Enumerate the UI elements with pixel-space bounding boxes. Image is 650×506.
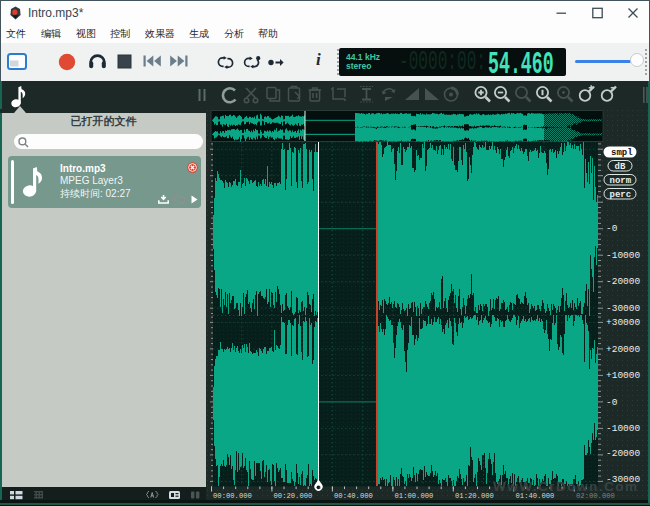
svg-text:-20000: -20000 (606, 276, 641, 287)
svg-text:00:00.000: 00:00.000 (213, 492, 252, 500)
svg-text:-10000: -10000 (606, 250, 641, 261)
svg-text:+30000: +30000 (606, 317, 641, 328)
svg-text:norm: norm (610, 176, 632, 186)
svg-text:+10000: +10000 (606, 370, 641, 381)
svg-text:-10000: -10000 (606, 423, 641, 434)
svg-text:00:40.000: 00:40.000 (334, 492, 373, 500)
svg-text:perc: perc (610, 190, 632, 200)
svg-text:01:00.000: 01:00.000 (395, 492, 434, 500)
svg-text:+20000: +20000 (606, 344, 641, 355)
svg-text:-0: -0 (606, 397, 618, 408)
svg-text:01:20.000: 01:20.000 (455, 492, 494, 500)
svg-text:WwW.CrDown.Com: WwW.CrDown.Com (493, 479, 639, 494)
svg-text:-30000: -30000 (606, 303, 641, 314)
svg-text:smpl: smpl (611, 148, 633, 158)
svg-text:-0: -0 (606, 223, 618, 234)
svg-text:dB: dB (615, 162, 626, 172)
svg-text:00:20.000: 00:20.000 (274, 492, 313, 500)
svg-text:-20000: -20000 (606, 448, 641, 459)
